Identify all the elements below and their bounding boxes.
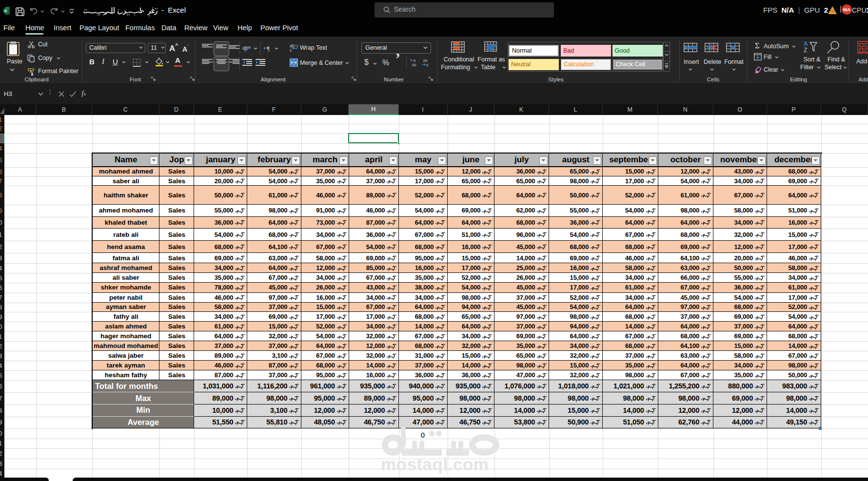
svg-text:%: % (830, 9, 834, 14)
svg-text:.00: .00 (422, 58, 427, 63)
svg-text:.00: .00 (411, 63, 416, 67)
svg-text:0: 0 (426, 63, 428, 67)
svg-text:Z: Z (804, 47, 807, 54)
svg-text:X: X (4, 9, 7, 13)
svg-text:¶: ¶ (267, 45, 270, 52)
svg-text:0: 0 (414, 58, 415, 63)
svg-text:ab: ab (242, 45, 248, 51)
